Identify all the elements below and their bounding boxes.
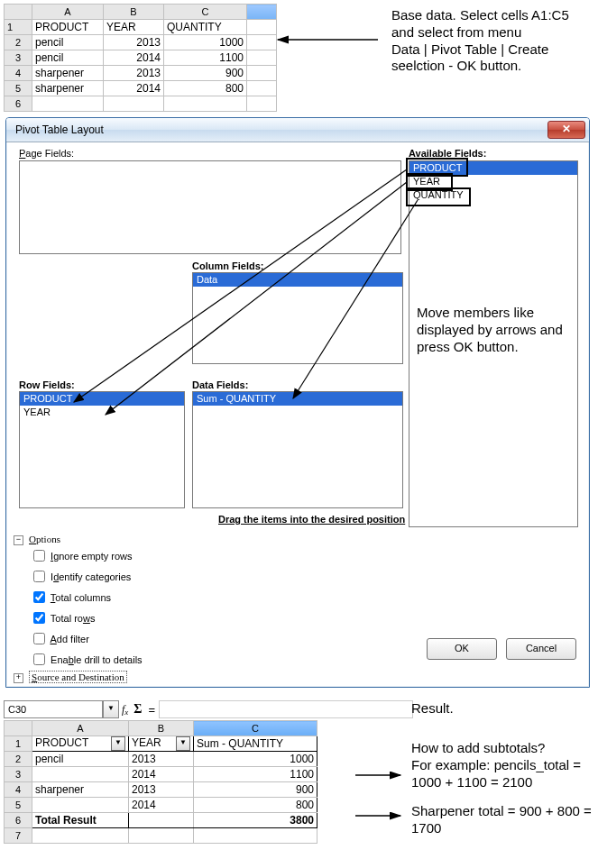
cancel-button[interactable]: Cancel [506,638,576,660]
col-header-a[interactable]: A [32,721,129,736]
sheet-corner[interactable] [5,721,32,736]
fx-icon[interactable]: fx [119,703,131,717]
col-header-a[interactable]: A [32,5,104,20]
row-header-6[interactable]: 6 [5,96,32,112]
cell[interactable] [129,828,194,844]
source-destination-tree-node[interactable]: + Source and Destination [14,672,578,683]
formula-bar-input[interactable] [159,700,413,718]
filter-dropdown-icon[interactable]: ▼ [176,736,190,751]
cell[interactable]: YEAR [104,20,164,35]
cell[interactable] [194,828,317,844]
cell[interactable] [32,828,129,844]
data-fields-label: Data Fields: [192,379,248,390]
cell[interactable] [247,96,277,112]
options-tree-node[interactable]: − Options [14,534,578,545]
close-button[interactable]: ✕ [547,121,585,139]
spreadsheet-result[interactable]: A B C 1 PRODUCT ▼ YEAR ▼ Sum - QUANTITY … [4,720,317,844]
total-result-value[interactable]: 3800 [194,813,317,828]
cell[interactable]: 1000 [164,35,247,50]
cell[interactable] [247,81,277,96]
available-field-product[interactable]: PRODUCT [409,161,577,175]
filter-dropdown-icon[interactable]: ▼ [111,736,125,751]
row-header-5[interactable]: 5 [5,81,32,96]
enable-drill-checkbox[interactable]: Enable drill to details [30,651,300,668]
identify-categories-checkbox[interactable]: Identify categories [30,568,300,585]
collapse-icon[interactable]: − [14,535,23,545]
cell[interactable]: 2014 [129,798,194,813]
cell[interactable]: sharpener [32,66,104,81]
cell[interactable] [32,96,104,112]
pivot-header-year[interactable]: YEAR ▼ [129,736,194,752]
col-header-b[interactable]: B [104,5,164,20]
annotation-result: Result. [411,700,454,717]
col-header-c-selected[interactable]: C [194,721,317,736]
cell[interactable]: pencil [32,50,104,66]
cell[interactable] [32,767,129,782]
sum-icon[interactable]: Σ [131,702,144,717]
data-field-sum-quantity[interactable]: Sum - QUANTITY [193,392,402,406]
total-columns-checkbox[interactable]: Total columns [30,589,300,606]
cell[interactable]: 2013 [104,66,164,81]
col-header-b[interactable]: B [129,721,194,736]
cell[interactable]: sharpener [32,782,129,798]
annotation-sharpener-total: Sharpener total = 900 + 800 = 1700 [411,803,592,837]
cell[interactable]: 1100 [164,50,247,66]
cell[interactable] [129,813,194,828]
cell[interactable] [247,35,277,50]
row-header-2[interactable]: 2 [5,35,32,50]
sheet-corner[interactable] [5,5,32,20]
col-header-c[interactable]: C [164,5,247,20]
ignore-empty-rows-checkbox[interactable]: Ignore empty rows [30,547,300,564]
ok-button[interactable]: OK [427,638,497,660]
row-header-1[interactable]: 1 [5,20,32,35]
cell[interactable]: pencil [32,752,129,767]
cell[interactable]: pencil [32,35,104,50]
col-header-d-selected[interactable] [247,5,277,20]
cell[interactable] [247,20,277,35]
cell[interactable]: 2014 [104,50,164,66]
cell[interactable]: 1100 [194,767,317,782]
row-header-4[interactable]: 4 [5,66,32,81]
total-result-label[interactable]: Total Result [32,813,129,828]
spreadsheet-base-data[interactable]: A B C 1 PRODUCT YEAR QUANTITY 2 pencil 2… [4,4,277,112]
pivot-header-product[interactable]: PRODUCT ▼ [32,736,129,752]
cell[interactable]: 2013 [129,752,194,767]
cell[interactable]: 900 [164,66,247,81]
cell[interactable]: 2014 [129,767,194,782]
row-fields-list[interactable]: PRODUCT YEAR [19,391,185,508]
name-box-dropdown-icon[interactable]: ▼ [103,700,119,718]
cell[interactable] [32,798,129,813]
cell[interactable]: 2013 [129,782,194,798]
available-field-quantity[interactable]: QUANTITY [409,188,577,202]
column-fields-list[interactable]: Data [192,272,403,364]
available-fields-label: Available Fields: [409,148,486,159]
expand-icon[interactable]: + [14,673,23,683]
cell[interactable]: 2014 [104,81,164,96]
name-box[interactable]: C30 [4,700,103,718]
row-field-product[interactable]: PRODUCT [20,392,184,406]
equals-icon: = [145,703,160,717]
cell[interactable]: PRODUCT [32,20,104,35]
available-field-year[interactable]: YEAR [409,175,577,188]
total-rows-checkbox[interactable]: Total rows [30,609,300,626]
cell[interactable]: 800 [164,81,247,96]
cell[interactable] [104,96,164,112]
cell[interactable]: 900 [194,782,317,798]
row-fields-label: Row Fields: [19,379,75,390]
row-header-3[interactable]: 3 [5,50,32,66]
row-field-year[interactable]: YEAR [20,406,184,419]
add-filter-checkbox[interactable]: Add filter [30,630,300,647]
cell[interactable]: 800 [194,798,317,813]
column-field-data[interactable]: Data [193,273,402,287]
cell[interactable] [247,50,277,66]
pivot-header-sum[interactable]: Sum - QUANTITY [194,736,317,752]
cell[interactable] [164,96,247,112]
data-fields-list[interactable]: Sum - QUANTITY [192,391,403,508]
cell[interactable]: 1000 [194,752,317,767]
cell[interactable]: sharpener [32,81,104,96]
page-fields-list[interactable] [19,160,401,254]
cell[interactable]: 2013 [104,35,164,50]
dialog-titlebar[interactable]: Pivot Table Layout ✕ [6,118,589,142]
cell[interactable] [247,66,277,81]
cell[interactable]: QUANTITY [164,20,247,35]
